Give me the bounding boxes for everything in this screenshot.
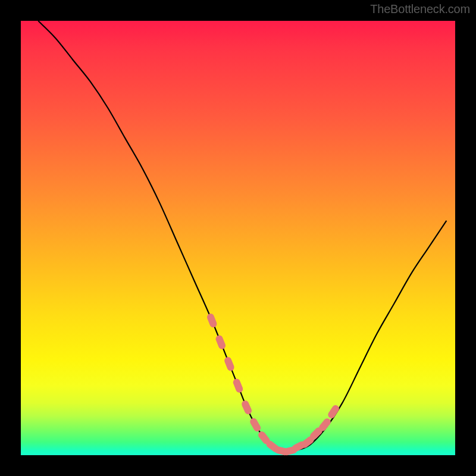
watermark-text: TheBottleneck.com xyxy=(370,2,470,16)
highlight-marker xyxy=(240,399,253,415)
highlight-marker xyxy=(223,356,235,372)
highlight-marker xyxy=(215,334,227,350)
plot-area xyxy=(21,21,455,455)
highlight-marker xyxy=(232,378,244,394)
chart-frame: TheBottleneck.com xyxy=(0,0,476,476)
highlight-marker xyxy=(249,417,262,433)
bottleneck-curve-svg xyxy=(21,21,455,455)
bottleneck-curve-path xyxy=(38,21,446,452)
highlight-marker xyxy=(327,404,340,420)
highlight-marker xyxy=(206,312,218,328)
